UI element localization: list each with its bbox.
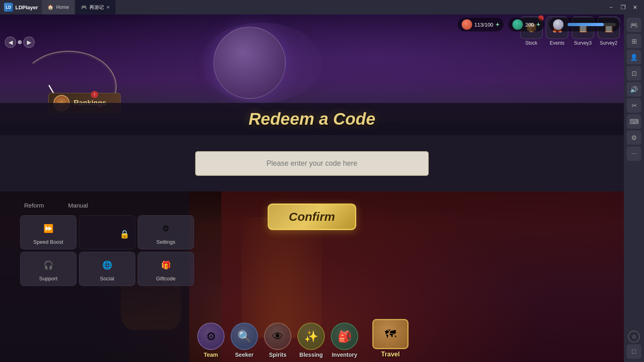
code-input[interactable] (196, 152, 428, 175)
currency-icon (512, 19, 523, 30)
menu-item-support[interactable]: 🎧 Support (20, 252, 76, 286)
nav-right-arrow[interactable]: ▶ (23, 37, 35, 48)
input-section (0, 135, 624, 191)
sidebar-btn-keyboard[interactable]: ⌨ (627, 114, 641, 129)
sidebar-btn-more[interactable]: ··· (627, 146, 641, 161)
seeker-nav-label: Seeker (235, 352, 254, 358)
lock-icon: 🔒 (117, 227, 132, 241)
seeker-nav-icon: 🔍 (231, 323, 258, 350)
currency-value: 200 (525, 22, 534, 28)
navigation-arrows: ◀ ▶ (5, 37, 35, 48)
code-input-wrapper (195, 151, 429, 176)
menu-item-settings[interactable]: ⚙ Settings (138, 215, 194, 249)
support-label: Support (39, 276, 58, 282)
sidebar-btn-resize[interactable]: ⊡ (627, 66, 641, 80)
sidebar-btn-gamepad[interactable]: 🎮 (627, 18, 641, 32)
sidebar-btn-settings[interactable]: ⚙ (627, 130, 641, 145)
nav-item-seeker[interactable]: 🔍 Seeker (231, 323, 258, 358)
nav-item-travel[interactable]: 🗺 Travel (372, 319, 409, 358)
sidebar-btn-volume[interactable]: 🔊 (627, 82, 641, 97)
menu-row-labels: Reform Manual (0, 198, 189, 213)
currency-hud: 200 + (508, 18, 544, 31)
nav-item-team[interactable]: ⚙ Team (197, 323, 225, 358)
travel-nav-icon: 🗺 (372, 319, 409, 349)
nav-left-arrow[interactable]: ◀ (5, 37, 16, 48)
currency-plus[interactable]: + (537, 21, 540, 28)
game-icon: 🎮 (81, 4, 87, 10)
settings-label: Settings (157, 239, 175, 245)
sidebar-btn-profile[interactable]: 👤 (627, 50, 641, 64)
confirm-button[interactable]: Confirm (268, 204, 356, 230)
sidebar-btn-cut[interactable]: ✂ (627, 98, 641, 113)
left-menu-panel: Reform Manual ⏩ Speed Boost 🔒 ⚙ Settings (0, 191, 189, 362)
menu-item-giftcode[interactable]: 🎁 Giftcode (138, 252, 194, 286)
giftcode-label: Giftcode (156, 276, 175, 282)
health-value: 113/100 (475, 22, 493, 28)
sidebar-btn-square[interactable]: □ (627, 344, 641, 359)
inventory-nav-icon: 🎒 (331, 323, 358, 350)
confirm-label: Confirm (289, 210, 335, 224)
manual-label[interactable]: Manual (68, 202, 88, 209)
nav-item-spirits[interactable]: 👁 Spirits (264, 323, 291, 358)
team-nav-icon: ⚙ (197, 323, 225, 350)
game-bottom-section: Confirm Reform Manual ⏩ Speed Boost 🔒 ⚙ (0, 191, 624, 362)
nav-item-blessing[interactable]: ✨ Blessing (297, 323, 325, 358)
minimize-button[interactable]: − (605, 2, 617, 13)
titlebar: LD LDPlayer 🏠 Home 🎮 再游记 ✕ − ❐ ✕ (0, 0, 644, 14)
inventory-nav-label: Inventory (332, 352, 357, 358)
menu-item-speed-boost[interactable]: ⏩ Speed Boost (20, 215, 76, 249)
speed-boost-icon: ⏩ (41, 221, 56, 236)
health-icon (462, 19, 472, 30)
tab-game-label: 再游记 (89, 4, 104, 11)
settings-icon: ⚙ (159, 221, 173, 236)
events-label: Events (550, 40, 565, 46)
bottom-nav-bar: ⚙ Team 🔍 Seeker 👁 Spirits ✨ Blessing 🎒 I… (189, 318, 624, 362)
travel-nav-label: Travel (381, 351, 400, 358)
menu-grid: ⏩ Speed Boost 🔒 ⚙ Settings (0, 213, 189, 252)
redeem-title-section: Redeem a Code (0, 103, 624, 135)
xp-bar (568, 23, 616, 26)
logo-icon: LD (4, 3, 13, 12)
spirits-nav-icon: 👁 (264, 323, 291, 350)
tab-close-icon[interactable]: ✕ (106, 5, 110, 10)
tab-bar: 🏠 Home 🎮 再游记 ✕ (42, 0, 116, 14)
survey2-label: Survey2 (600, 40, 617, 46)
top-hud: 113/100 + 200 + (458, 18, 620, 31)
nav-item-inventory[interactable]: 🎒 Inventory (331, 323, 358, 358)
health-plus[interactable]: + (496, 21, 500, 28)
nav-dot (18, 40, 22, 44)
window-controls: − ❐ ✕ (605, 2, 644, 13)
reform-label[interactable]: Reform (24, 202, 44, 209)
giftcode-icon: 🎁 (159, 258, 173, 272)
sidebar-circle-btn[interactable]: ○ (628, 331, 640, 343)
tab-home[interactable]: 🏠 Home (42, 0, 74, 14)
tab-home-label: Home (56, 4, 69, 10)
social-icon: 🌐 (100, 258, 114, 272)
team-nav-label: Team (204, 352, 218, 358)
spirits-nav-label: Spirits (269, 352, 287, 358)
menu-grid-2: 🎧 Support 🌐 Social 🎁 Giftcode (0, 252, 189, 286)
restore-button[interactable]: ❐ (617, 2, 629, 13)
social-label: Social (100, 276, 114, 282)
support-icon: 🎧 (41, 258, 56, 272)
health-hud: 113/100 + (458, 18, 504, 31)
app-logo: LD LDPlayer (0, 3, 42, 12)
xp-bar-fill (568, 23, 604, 26)
right-sidebar: 🎮 ⊞ 👤 ⊡ 🔊 ✂ ⌨ ⚙ ··· ○ □ (624, 14, 644, 362)
xp-icon (553, 19, 564, 30)
home-icon: 🏠 (47, 4, 54, 10)
close-button[interactable]: ✕ (630, 2, 641, 13)
menu-item-social[interactable]: 🌐 Social (79, 252, 135, 286)
menu-item-lock[interactable]: 🔒 (79, 215, 135, 249)
xp-hud (549, 18, 620, 31)
redeem-title-text: Redeem a Code (248, 109, 375, 129)
sidebar-btn-grid[interactable]: ⊞ (627, 34, 641, 48)
stock-label: Stock (525, 40, 537, 46)
game-area: 113/100 + 200 + 📦 Stock (0, 14, 624, 362)
blessing-nav-icon: ✨ (297, 323, 325, 350)
blessing-nav-label: Blessing (299, 352, 323, 358)
app-name: LDPlayer (15, 4, 38, 10)
survey3-label: Survey3 (574, 40, 592, 46)
rankings-badge: ! (91, 91, 98, 98)
tab-game[interactable]: 🎮 再游记 ✕ (75, 0, 116, 14)
